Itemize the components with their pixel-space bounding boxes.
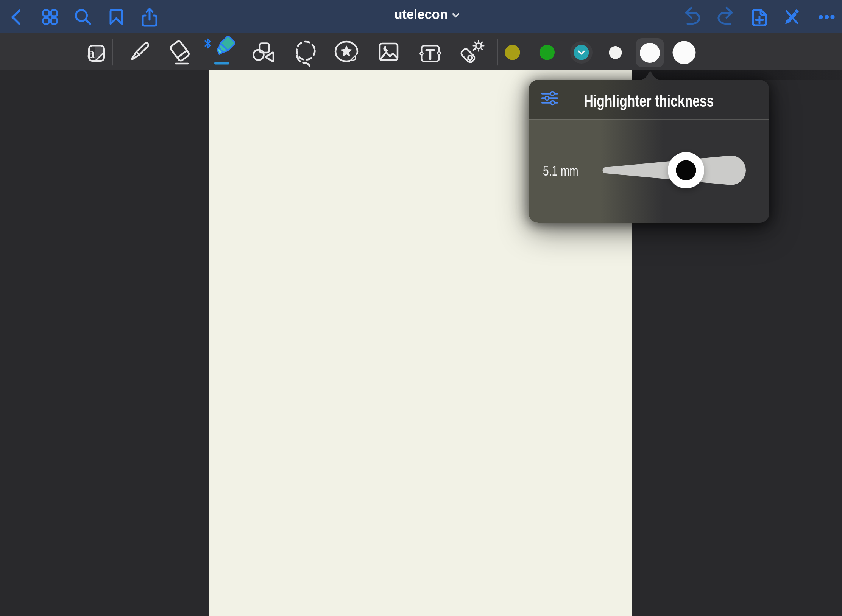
svg-text:a: a xyxy=(87,46,95,61)
